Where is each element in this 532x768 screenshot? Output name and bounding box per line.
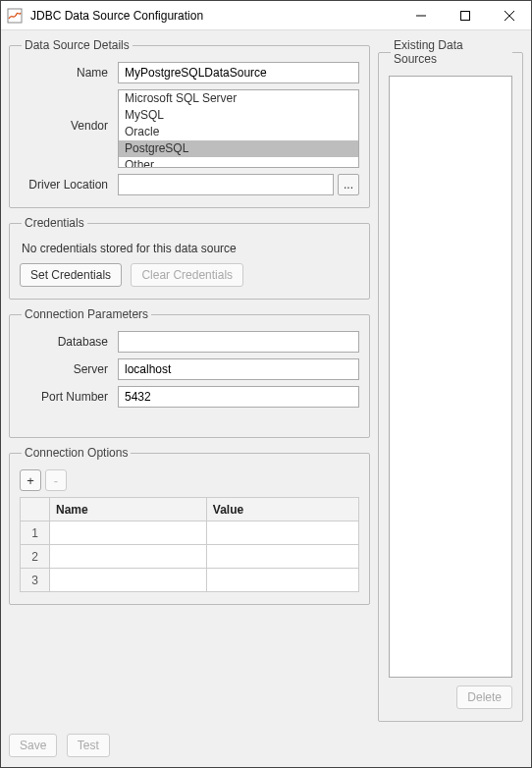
delete-button: Delete (456, 686, 512, 709)
server-label: Server (20, 362, 118, 376)
close-button[interactable] (487, 1, 531, 30)
content-area: Data Source Details Name Vendor Microsof… (1, 30, 531, 730)
panel-legend: Connection Options (22, 446, 131, 460)
app-icon (7, 8, 23, 24)
column-header-name[interactable]: Name (50, 498, 207, 521)
save-button: Save (9, 734, 57, 757)
database-label: Database (20, 335, 118, 349)
plus-icon: + (27, 473, 34, 488)
table-row: 3 (21, 569, 359, 592)
vendor-label: Vendor (20, 89, 118, 133)
row-number: 3 (21, 569, 50, 592)
port-label: Port Number (20, 390, 118, 404)
svg-rect-2 (460, 11, 469, 20)
svg-rect-0 (8, 9, 22, 23)
credentials-panel: Credentials No credentials stored for th… (9, 216, 370, 300)
vendor-item-oracle[interactable]: Oracle (119, 124, 358, 140)
window-controls (399, 1, 531, 30)
driver-location-input[interactable] (118, 174, 334, 195)
name-label: Name (20, 66, 118, 80)
column-header-value[interactable]: Value (206, 498, 358, 521)
panel-legend: Credentials (22, 216, 87, 230)
test-button: Test (67, 734, 110, 757)
vendor-item-mssql[interactable]: Microsoft SQL Server (119, 90, 358, 107)
option-name-cell[interactable] (50, 521, 207, 545)
server-input[interactable] (118, 358, 359, 380)
panel-legend: Data Source Details (22, 38, 133, 52)
ellipsis-icon: ... (344, 178, 353, 192)
row-number: 2 (21, 545, 50, 569)
existing-data-sources-list[interactable] (389, 76, 512, 678)
option-value-cell[interactable] (206, 569, 358, 592)
footer-buttons: Save Test (1, 730, 531, 767)
minus-icon: - (54, 473, 58, 488)
connection-options-panel: Connection Options + - Name Value (9, 446, 370, 605)
add-option-button[interactable]: + (20, 469, 41, 491)
data-source-details-panel: Data Source Details Name Vendor Microsof… (9, 38, 370, 208)
driver-location-label: Driver Location (20, 178, 118, 192)
port-input[interactable] (118, 386, 359, 408)
maximize-button[interactable] (443, 1, 487, 30)
connection-parameters-panel: Connection Parameters Database Server Po… (9, 307, 370, 438)
set-credentials-button[interactable]: Set Credentials (20, 263, 122, 287)
remove-option-button: - (45, 469, 67, 491)
minimize-button[interactable] (399, 1, 443, 30)
existing-data-sources-panel: Existing Data Sources Delete (378, 38, 523, 722)
clear-credentials-button: Clear Credentials (131, 263, 243, 287)
credentials-message: No credentials stored for this data sour… (22, 242, 359, 255)
panel-legend: Existing Data Sources (391, 38, 512, 66)
left-column: Data Source Details Name Vendor Microsof… (9, 38, 370, 722)
option-value-cell[interactable] (206, 545, 358, 569)
option-value-cell[interactable] (206, 521, 358, 545)
table-row: 1 (21, 521, 359, 545)
vendor-item-other[interactable]: Other (119, 157, 358, 168)
row-header-blank (21, 498, 50, 521)
database-input[interactable] (118, 331, 359, 353)
row-number: 1 (21, 521, 50, 545)
table-row: 2 (21, 545, 359, 569)
browse-button[interactable]: ... (338, 174, 359, 195)
option-name-cell[interactable] (50, 545, 207, 569)
app-window: JDBC Data Source Configuration Data Sour… (0, 0, 532, 768)
name-input[interactable] (118, 62, 359, 83)
vendor-list[interactable]: Microsoft SQL Server MySQL Oracle Postgr… (118, 89, 359, 168)
right-column: Existing Data Sources Delete (378, 38, 523, 722)
window-title: JDBC Data Source Configuration (28, 9, 399, 23)
options-table: Name Value 1 2 (20, 497, 359, 592)
option-name-cell[interactable] (50, 569, 207, 592)
titlebar: JDBC Data Source Configuration (1, 1, 531, 30)
vendor-item-postgresql[interactable]: PostgreSQL (119, 140, 358, 157)
vendor-item-mysql[interactable]: MySQL (119, 107, 358, 124)
panel-legend: Connection Parameters (22, 307, 151, 321)
